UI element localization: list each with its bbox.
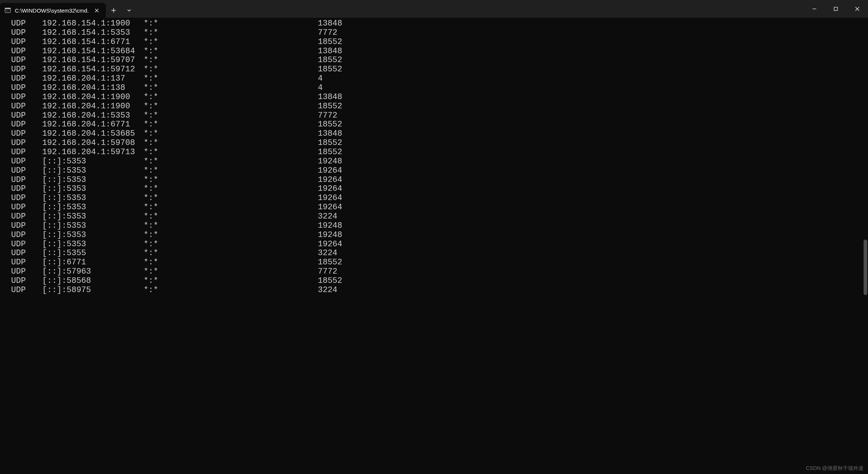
foreign-address-cell: *:* xyxy=(144,157,318,166)
pid-cell: 13848 xyxy=(318,19,342,28)
proto-cell: UDP xyxy=(11,120,42,129)
pid-cell: 19264 xyxy=(318,203,342,212)
tab-close-button[interactable] xyxy=(92,6,101,14)
local-address-cell: 192.168.154.1:59712 xyxy=(42,65,144,74)
foreign-address-cell: *:* xyxy=(144,231,318,240)
netstat-row: UDP[::]:5353*:*19264 xyxy=(11,203,868,212)
proto-cell: UDP xyxy=(11,267,42,277)
foreign-address-cell: *:* xyxy=(144,203,318,212)
proto-cell: UDP xyxy=(11,93,42,102)
netstat-row: UDP[::]:5353*:*19264 xyxy=(11,176,868,185)
svg-rect-8 xyxy=(834,7,838,11)
proto-cell: UDP xyxy=(11,176,42,185)
proto-cell: UDP xyxy=(11,56,42,65)
proto-cell: UDP xyxy=(11,148,42,157)
minimize-button[interactable] xyxy=(804,0,825,18)
terminal-output: UDP192.168.154.1:1900*:*13848UDP192.168.… xyxy=(0,18,868,295)
pid-cell: 7772 xyxy=(318,267,337,277)
pid-cell: 18552 xyxy=(318,277,342,286)
watermark: CSDN @强里秋千墙外道 xyxy=(806,465,864,472)
local-address-cell: 192.168.154.1:5353 xyxy=(42,28,144,38)
local-address-cell: [::]:5353 xyxy=(42,176,144,185)
proto-cell: UDP xyxy=(11,184,42,194)
foreign-address-cell: *:* xyxy=(144,111,318,121)
tab-cmd[interactable]: >_ C:\WINDOWS\system32\cmd. xyxy=(0,3,106,18)
maximize-button[interactable] xyxy=(825,0,847,18)
svg-rect-1 xyxy=(5,8,11,9)
local-address-cell: 192.168.204.1:138 xyxy=(42,84,144,93)
pid-cell: 3224 xyxy=(318,249,337,258)
foreign-address-cell: *:* xyxy=(144,258,318,267)
proto-cell: UDP xyxy=(11,157,42,166)
local-address-cell: [::]:5353 xyxy=(42,203,144,212)
pid-cell: 19248 xyxy=(318,231,342,240)
netstat-row: UDP192.168.204.1:137*:*4 xyxy=(11,74,868,84)
netstat-row: UDP[::]:58975*:*3224 xyxy=(11,286,868,295)
netstat-row: UDP[::]:6771*:*18552 xyxy=(11,258,868,267)
pid-cell: 18552 xyxy=(318,38,342,47)
pid-cell: 18552 xyxy=(318,56,342,65)
foreign-address-cell: *:* xyxy=(144,240,318,249)
netstat-row: UDP192.168.154.1:6771*:*18552 xyxy=(11,38,868,47)
local-address-cell: 192.168.154.1:59707 xyxy=(42,56,144,65)
foreign-address-cell: *:* xyxy=(144,148,318,157)
foreign-address-cell: *:* xyxy=(144,139,318,148)
foreign-address-cell: *:* xyxy=(144,120,318,129)
terminal-area[interactable]: UDP192.168.154.1:1900*:*13848UDP192.168.… xyxy=(0,18,868,474)
netstat-row: UDP192.168.204.1:1900*:*18552 xyxy=(11,102,868,111)
netstat-row: UDP192.168.204.1:59713*:*18552 xyxy=(11,148,868,157)
svg-text:>_: >_ xyxy=(6,10,9,13)
proto-cell: UDP xyxy=(11,38,42,47)
pid-cell: 4 xyxy=(318,74,323,84)
local-address-cell: 192.168.204.1:6771 xyxy=(42,120,144,129)
foreign-address-cell: *:* xyxy=(144,249,318,258)
pid-cell: 13848 xyxy=(318,93,342,102)
netstat-row: UDP192.168.204.1:1900*:*13848 xyxy=(11,93,868,102)
local-address-cell: [::]:5353 xyxy=(42,166,144,176)
titlebar: >_ C:\WINDOWS\system32\cmd. xyxy=(0,0,868,18)
pid-cell: 3224 xyxy=(318,212,337,221)
netstat-row: UDP192.168.204.1:5353*:*7772 xyxy=(11,111,868,121)
foreign-address-cell: *:* xyxy=(144,65,318,74)
tab-dropdown-button[interactable] xyxy=(121,3,137,18)
pid-cell: 19248 xyxy=(318,221,342,231)
netstat-row: UDP[::]:5353*:*19264 xyxy=(11,166,868,176)
proto-cell: UDP xyxy=(11,166,42,176)
close-button[interactable] xyxy=(847,0,868,18)
new-tab-button[interactable] xyxy=(106,3,121,18)
foreign-address-cell: *:* xyxy=(144,286,318,295)
foreign-address-cell: *:* xyxy=(144,267,318,277)
proto-cell: UDP xyxy=(11,74,42,84)
netstat-row: UDP192.168.204.1:6771*:*18552 xyxy=(11,120,868,129)
pid-cell: 19264 xyxy=(318,176,342,185)
local-address-cell: 192.168.154.1:53684 xyxy=(42,47,144,56)
proto-cell: UDP xyxy=(11,212,42,221)
netstat-row: UDP[::]:57963*:*7772 xyxy=(11,267,868,277)
local-address-cell: 192.168.154.1:1900 xyxy=(42,19,144,28)
pid-cell: 19264 xyxy=(318,184,342,194)
pid-cell: 13848 xyxy=(318,129,342,139)
local-address-cell: 192.168.204.1:53685 xyxy=(42,129,144,139)
foreign-address-cell: *:* xyxy=(144,277,318,286)
foreign-address-cell: *:* xyxy=(144,221,318,231)
proto-cell: UDP xyxy=(11,28,42,38)
scrollbar-thumb[interactable] xyxy=(864,240,867,295)
pid-cell: 18552 xyxy=(318,102,342,111)
local-address-cell: [::]:5353 xyxy=(42,221,144,231)
tab-title: C:\WINDOWS\system32\cmd. xyxy=(15,7,89,14)
netstat-row: UDP[::]:5355*:*3224 xyxy=(11,249,868,258)
proto-cell: UDP xyxy=(11,277,42,286)
netstat-row: UDP[::]:5353*:*19264 xyxy=(11,194,868,203)
netstat-row: UDP192.168.204.1:138*:*4 xyxy=(11,84,868,93)
pid-cell: 19248 xyxy=(318,157,342,166)
window-controls xyxy=(804,0,868,18)
local-address-cell: 192.168.204.1:137 xyxy=(42,74,144,84)
netstat-row: UDP[::]:5353*:*3224 xyxy=(11,212,868,221)
pid-cell: 3224 xyxy=(318,286,337,295)
proto-cell: UDP xyxy=(11,19,42,28)
local-address-cell: 192.168.204.1:1900 xyxy=(42,102,144,111)
local-address-cell: [::]:5353 xyxy=(42,184,144,194)
local-address-cell: [::]:5353 xyxy=(42,212,144,221)
pid-cell: 19264 xyxy=(318,240,342,249)
proto-cell: UDP xyxy=(11,139,42,148)
